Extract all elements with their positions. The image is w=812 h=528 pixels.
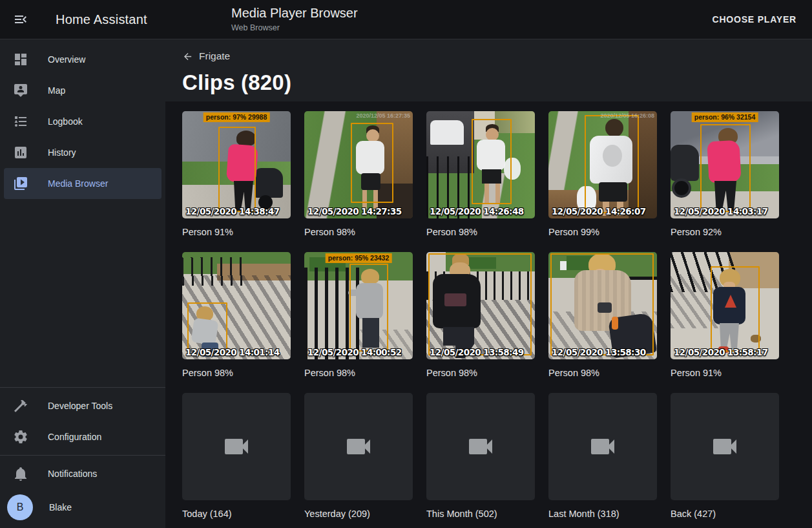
clip-timestamp: 12/05/2020 14:01:14 bbox=[185, 347, 279, 357]
user-name: Blake bbox=[49, 502, 72, 512]
clip-caption: Person 92% bbox=[671, 227, 779, 237]
clip-thumbnail[interactable]: 12/05/2020 14:26:48 bbox=[426, 111, 535, 218]
sidebar-item-label: Logbook bbox=[48, 116, 83, 127]
clip-timestamp: 12/05/2020 14:00:52 bbox=[307, 347, 401, 357]
sidebar-item-developer-tools[interactable]: Developer Tools bbox=[4, 390, 161, 421]
folder-thumbnail[interactable] bbox=[304, 393, 413, 500]
clip-timestamp: 12/05/2020 14:27:35 bbox=[307, 206, 401, 216]
sidebar-item-map[interactable]: Map bbox=[4, 75, 161, 106]
sidebar-item-media-browser[interactable]: Media Browser bbox=[4, 168, 161, 199]
sidebar-item-label: Media Browser bbox=[48, 178, 108, 189]
clip-card[interactable]: 12/05/2020 13:58:17 Person 91% bbox=[671, 252, 779, 378]
folder-label: Today (164) bbox=[182, 509, 291, 519]
menu-open-icon[interactable] bbox=[8, 6, 34, 32]
clips-grid: person: 97% 29988 12/05/2020 14:38:47 Pe… bbox=[165, 101, 812, 519]
clip-caption: Person 91% bbox=[182, 227, 291, 237]
detection-box bbox=[218, 127, 256, 212]
detection-box bbox=[700, 124, 751, 212]
clip-thumbnail[interactable]: 12/05/2020 13:58:30 bbox=[548, 252, 657, 359]
clip-caption: Person 91% bbox=[671, 368, 779, 378]
logbook-icon bbox=[13, 114, 28, 129]
clip-card[interactable]: person: 95% 23432 12/05/2020 14:00:52 Pe… bbox=[304, 252, 413, 378]
clip-caption: Person 98% bbox=[426, 368, 535, 378]
clip-thumbnail[interactable]: 12/05/2020 13:58:49 bbox=[426, 252, 535, 359]
folder-card-today[interactable]: Today (164) bbox=[182, 393, 291, 519]
clip-timestamp: 12/05/2020 14:38:47 bbox=[185, 206, 279, 216]
folder-card-back[interactable]: Back (427) bbox=[671, 393, 779, 519]
clip-card[interactable]: person: 96% 32154 12/05/2020 14:03:17 Pe… bbox=[671, 111, 779, 237]
clip-thumbnail[interactable]: person: 96% 32154 12/05/2020 14:03:17 bbox=[671, 111, 779, 218]
detection-box bbox=[472, 119, 512, 204]
clip-caption: Person 98% bbox=[304, 227, 413, 237]
clip-caption: Person 98% bbox=[548, 368, 657, 378]
clip-timestamp: 12/05/2020 13:58:17 bbox=[674, 347, 767, 357]
clip-timestamp: 12/05/2020 13:58:49 bbox=[430, 347, 523, 357]
detection-box bbox=[585, 115, 639, 213]
clip-card[interactable]: 12/05/2020 13:58:49 Person 98% bbox=[426, 252, 535, 378]
clip-thumbnail[interactable]: 2020/12/05 16:27:35 12/05/2020 14:27:35 bbox=[304, 111, 413, 218]
sidebar-item-overview[interactable]: Overview bbox=[4, 44, 161, 75]
clip-card[interactable]: person: 97% 29988 12/05/2020 14:38:47 Pe… bbox=[182, 111, 291, 237]
clip-timestamp: 12/05/2020 14:26:48 bbox=[430, 206, 523, 216]
detection-box bbox=[428, 253, 532, 355]
bell-icon bbox=[13, 466, 28, 481]
sidebar-item-label: Notifications bbox=[48, 469, 97, 479]
folder-thumbnail[interactable] bbox=[671, 393, 779, 500]
clip-card[interactable]: 2020/12/05 16:27:35 12/05/2020 14:27:35 … bbox=[304, 111, 413, 237]
screen-subtitle: Web Browser bbox=[231, 23, 358, 32]
clip-timestamp: 12/05/2020 14:03:17 bbox=[674, 206, 767, 216]
detection-box bbox=[351, 123, 393, 203]
sidebar-item-label: Configuration bbox=[48, 432, 101, 442]
screen-title: Media Player Browser bbox=[231, 6, 358, 21]
sidebar-divider bbox=[0, 387, 165, 388]
page-title: Clips (820) bbox=[182, 70, 812, 95]
sidebar-item-profile[interactable]: B Blake bbox=[4, 489, 161, 525]
breadcrumb[interactable]: Frigate bbox=[182, 49, 230, 63]
breadcrumb-label: Frigate bbox=[199, 50, 230, 62]
clip-thumbnail[interactable]: person: 97% 29988 12/05/2020 14:38:47 bbox=[182, 111, 291, 218]
media-browser-content: Frigate Clips (820) person: 97% 29988 12… bbox=[165, 39, 812, 528]
sidebar-item-label: Developer Tools bbox=[48, 401, 112, 411]
sidebar-spacer bbox=[0, 199, 165, 385]
sidebar-item-label: History bbox=[48, 147, 76, 158]
folder-card-yesterday[interactable]: Yesterday (209) bbox=[304, 393, 413, 519]
clip-thumbnail[interactable]: person: 95% 23432 12/05/2020 14:00:52 bbox=[304, 252, 413, 359]
sidebar-item-notifications[interactable]: Notifications bbox=[4, 458, 161, 489]
history-icon bbox=[13, 145, 28, 160]
sidebar-item-label: Overview bbox=[48, 54, 85, 65]
detection-label: person: 95% 23432 bbox=[326, 253, 392, 263]
sidebar-item-configuration[interactable]: Configuration bbox=[4, 421, 161, 452]
sidebar-item-logbook[interactable]: Logbook bbox=[4, 106, 161, 137]
media-browser-icon bbox=[13, 176, 28, 191]
detection-box bbox=[711, 266, 760, 352]
clip-card[interactable]: 12/05/2020 14:26:48 Person 98% bbox=[426, 111, 535, 237]
clip-card[interactable]: 12/05/2020 13:58:30 Person 98% bbox=[548, 252, 657, 378]
sidebar-nav: Overview Map Logbook History Media Brows… bbox=[0, 39, 165, 199]
clip-thumbnail[interactable]: 2020/12/05 16:26:08 12/05/2020 14:26:07 bbox=[548, 111, 657, 218]
screen-title-block: Media Player Browser Web Browser bbox=[231, 6, 358, 32]
sidebar-divider bbox=[0, 455, 165, 456]
folder-thumbnail[interactable] bbox=[426, 393, 535, 500]
detection-label: person: 97% 29988 bbox=[203, 112, 270, 122]
clip-caption: Person 98% bbox=[182, 368, 291, 378]
clip-caption: Person 98% bbox=[426, 227, 535, 237]
detection-label: person: 96% 32154 bbox=[692, 112, 758, 122]
folder-card-this-month[interactable]: This Month (502) bbox=[426, 393, 535, 519]
page-header: Frigate Clips (820) bbox=[165, 39, 812, 101]
choose-player-button[interactable]: CHOOSE PLAYER bbox=[707, 9, 802, 30]
dashboard-icon bbox=[13, 52, 28, 67]
folder-thumbnail[interactable] bbox=[548, 393, 657, 500]
folder-card-last-month[interactable]: Last Month (318) bbox=[548, 393, 657, 519]
camera-osd-timestamp: 2020/12/05 16:26:08 bbox=[600, 112, 654, 119]
clip-thumbnail[interactable]: 12/05/2020 13:58:17 bbox=[671, 252, 779, 359]
clip-caption: Person 99% bbox=[548, 227, 657, 237]
sidebar-item-history[interactable]: History bbox=[4, 137, 161, 168]
clip-card[interactable]: 2020/12/05 16:26:08 12/05/2020 14:26:07 … bbox=[548, 111, 657, 237]
clip-thumbnail[interactable]: 12/05/2020 14:01:14 bbox=[182, 252, 291, 359]
video-camera-icon bbox=[709, 431, 740, 462]
clip-timestamp: 12/05/2020 14:26:07 bbox=[552, 206, 645, 216]
video-camera-icon bbox=[465, 431, 496, 462]
camera-osd-timestamp: 2020/12/05 16:27:35 bbox=[356, 112, 410, 119]
folder-thumbnail[interactable] bbox=[182, 393, 291, 500]
clip-card[interactable]: 12/05/2020 14:01:14 Person 98% bbox=[182, 252, 291, 378]
